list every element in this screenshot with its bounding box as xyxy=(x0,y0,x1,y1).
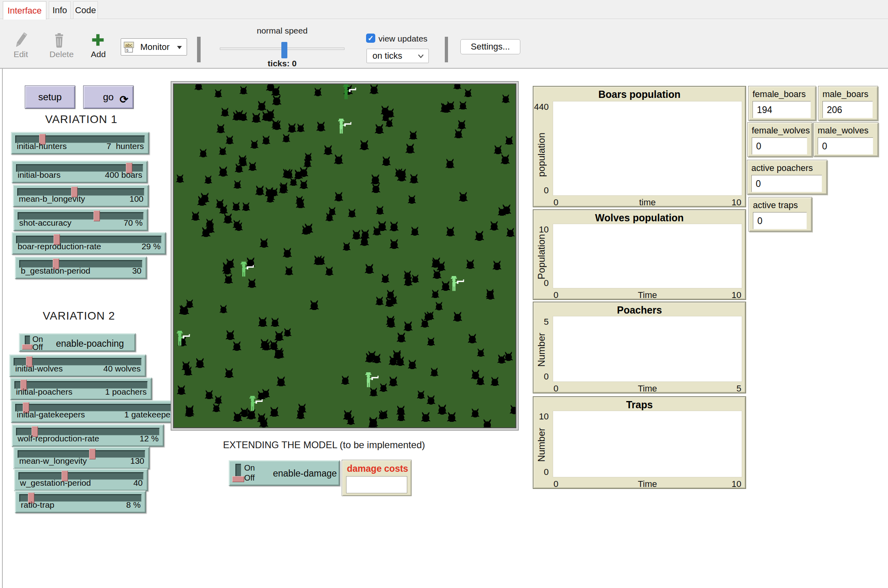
slider-handle[interactable] xyxy=(94,211,100,221)
boar-icon xyxy=(267,192,275,201)
damage-costs-input[interactable]: damage costs xyxy=(342,460,412,496)
plot-title: Traps xyxy=(534,399,745,411)
slider-mean-w_longevity[interactable]: mean-w_longevity130 xyxy=(13,447,149,469)
slider-label: wolf-reproduction-rate xyxy=(18,434,99,443)
boar-icon xyxy=(501,94,510,103)
slider-label: boar-reproduction-rate xyxy=(18,242,101,251)
slider-initial-wolves[interactable]: initial-wolves40 wolves xyxy=(9,354,146,377)
switch-handle[interactable] xyxy=(232,476,244,482)
slider-shot-accuracy[interactable]: shot-accuracy70 % xyxy=(13,209,148,231)
switch-label: enable-poaching xyxy=(56,338,124,349)
boar-icon xyxy=(323,145,333,155)
boar-icon xyxy=(284,266,294,275)
slider-initial-hunters[interactable]: initial-hunters7 hunters xyxy=(11,132,149,154)
boar-icon xyxy=(396,171,407,181)
slider-initial-boars[interactable]: initial-boars400 boars xyxy=(12,161,147,183)
boar-icon xyxy=(271,95,282,105)
setup-button[interactable]: setup xyxy=(25,85,75,109)
switch-on-label: On xyxy=(244,464,255,472)
boar-icon xyxy=(296,123,305,132)
boar-icon xyxy=(299,179,309,189)
boar-icon xyxy=(370,174,381,185)
boar-icon xyxy=(199,192,210,203)
boar-icon xyxy=(325,212,334,221)
boar-icon xyxy=(234,109,244,119)
plot-poachers: Poachers50Number05Time xyxy=(533,302,746,393)
monitor-value-box: 0 xyxy=(752,137,807,155)
boar-icon xyxy=(346,415,356,425)
update-mode-dropdown[interactable]: on ticks xyxy=(366,49,429,63)
edit-pencil-icon[interactable] xyxy=(13,32,28,49)
boar-icon xyxy=(257,316,268,327)
boar-icon xyxy=(223,274,233,284)
slider-value: 8 % xyxy=(126,500,141,510)
boar-icon xyxy=(195,358,205,368)
speed-slider-label: normal speed xyxy=(222,26,342,36)
monitor-value-box: 0 xyxy=(753,212,807,229)
boar-icon xyxy=(340,375,350,385)
slider-initial-gatekeepers[interactable]: initial-gatekeepers1 gatekeepers xyxy=(11,400,183,423)
widget-type-dropdown[interactable]: abc5 Monitor xyxy=(121,38,187,56)
edit-button-label[interactable]: Edit xyxy=(6,50,35,59)
monitor-value: 0 xyxy=(757,216,763,226)
slider-wolf-reproduction-rate[interactable]: wolf-reproduction-rate12 % xyxy=(12,424,164,447)
speed-slider-handle[interactable] xyxy=(281,42,287,58)
boar-icon xyxy=(309,300,319,310)
boar-icon xyxy=(265,112,274,121)
slider-handle[interactable] xyxy=(89,449,96,459)
monitor-value: 206 xyxy=(827,105,842,115)
tab-code[interactable]: Code xyxy=(73,1,98,19)
damage-costs-field[interactable] xyxy=(346,476,407,493)
x-axis-label: Time xyxy=(553,290,742,300)
slider-boar-reproduction-rate[interactable]: boar-reproduction-rate29 % xyxy=(12,232,166,254)
dropdown-caret-icon xyxy=(176,45,183,50)
boar-icon xyxy=(416,390,426,399)
boar-icon xyxy=(457,119,467,129)
boar-icon xyxy=(407,359,417,369)
settings-button[interactable]: Settings... xyxy=(460,39,520,54)
boar-icon xyxy=(431,257,442,267)
tab-info[interactable]: Info xyxy=(49,1,71,19)
boar-icon xyxy=(184,407,195,417)
slider-ratio-trap[interactable]: ratio-trap8 % xyxy=(15,491,146,513)
boar-icon xyxy=(396,332,406,342)
add-button-label[interactable]: Add xyxy=(84,50,113,59)
slider-label: initial-hunters xyxy=(17,141,67,151)
add-plus-icon[interactable] xyxy=(91,33,105,47)
boar-icon xyxy=(426,395,436,405)
slider-w_gestation-period[interactable]: w_gestation-period40 xyxy=(14,469,148,491)
slider-value: 40 wolves xyxy=(104,364,141,373)
boar-icon xyxy=(431,289,440,298)
boar-icon xyxy=(380,273,390,283)
boar-icon xyxy=(388,376,398,386)
slider-mean-b_longevity[interactable]: mean-b_longevity100 xyxy=(13,185,149,207)
hunter-icon xyxy=(239,262,255,279)
switch-handle[interactable] xyxy=(22,344,32,350)
boar-icon xyxy=(261,135,271,145)
tab-interface[interactable]: Interface xyxy=(3,1,46,20)
slider-initial-poachers[interactable]: initial-poachers1 poachers xyxy=(10,377,152,400)
section-title-variation-1: VARIATION 1 xyxy=(45,113,117,126)
hunter-icon xyxy=(450,276,465,293)
x-axis-label: Time xyxy=(553,383,742,394)
boar-icon xyxy=(440,280,451,291)
y-axis-label: Population xyxy=(537,234,546,279)
go-button[interactable]: go⟳ xyxy=(83,85,133,109)
boar-icon xyxy=(296,409,305,419)
world-view[interactable] xyxy=(173,83,516,428)
boar-icon xyxy=(270,317,280,327)
boar-icon xyxy=(434,301,444,310)
switch-enable-poaching[interactable]: On Off enable-poaching xyxy=(19,333,135,352)
boar-icon xyxy=(368,418,378,428)
boar-icon xyxy=(219,304,228,313)
view-updates-checkbox[interactable]: ✓ xyxy=(366,34,375,43)
boar-icon xyxy=(232,341,242,351)
chevron-down-icon xyxy=(418,54,424,58)
tab-interface-label: Interface xyxy=(8,6,42,16)
switch-enable-damage[interactable]: On Off enable-damage xyxy=(229,460,340,486)
delete-button-label[interactable]: Delete xyxy=(44,50,80,59)
delete-trash-icon[interactable] xyxy=(52,32,66,48)
boar-icon xyxy=(199,148,208,157)
slider-b_gestation-period[interactable]: b_gestation-period30 xyxy=(15,256,147,279)
boar-icon xyxy=(325,266,334,276)
